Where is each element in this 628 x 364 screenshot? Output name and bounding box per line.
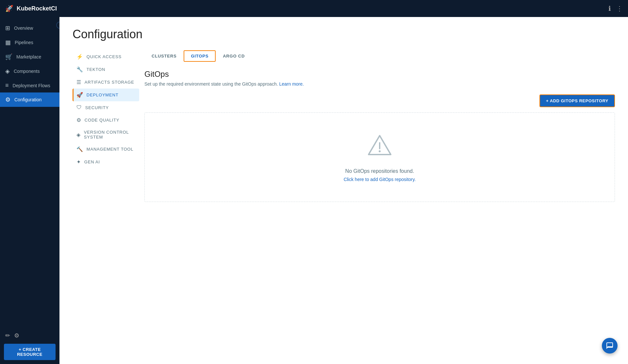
sub-nav-label-version-control: VERSION CONTROL SYSTEM — [84, 130, 135, 140]
sub-nav-item-tekton[interactable]: 🔧 TEKTON — [73, 63, 139, 76]
sub-nav-item-gen-ai[interactable]: ✦ GEN AI — [73, 156, 139, 168]
sidebar-item-marketplace[interactable]: 🛒 Marketplace — [0, 50, 59, 64]
sidebar-bottom-icons: ✏ ⚙ — [4, 331, 56, 340]
content-body: ⚡ QUICK ACCESS 🔧 TEKTON ☰ ARTIFACTS STOR… — [73, 50, 615, 202]
empty-state-icon — [367, 132, 393, 162]
configuration-icon: ⚙ — [5, 96, 10, 103]
sub-nav-label-deployment: DEPLOYMENT — [87, 92, 119, 97]
sub-nav-label-security: SECURITY — [85, 105, 109, 110]
sub-nav-item-artifacts-storage[interactable]: ☰ ARTIFACTS STORAGE — [73, 76, 139, 89]
sub-nav-item-quick-access[interactable]: ⚡ QUICK ACCESS — [73, 50, 139, 63]
sidebar-label-marketplace: Marketplace — [16, 54, 41, 59]
sidebar-label-deployment-flows: Deployment Flows — [13, 83, 50, 88]
security-icon: 🛡 — [76, 105, 82, 110]
marketplace-icon: 🛒 — [5, 53, 12, 60]
topbar-left: 🚀 KubeRocketCI — [5, 5, 57, 12]
sub-nav-item-version-control[interactable]: ◈ VERSION CONTROL SYSTEM — [73, 126, 139, 143]
artifacts-storage-icon: ☰ — [76, 79, 81, 85]
gitops-description: Set up the required environment state us… — [144, 81, 615, 87]
main-layout: ‹ ⊞ Overview ▦ Pipelines 🛒 Marketplace ◈… — [0, 17, 628, 364]
sub-nav-label-code-quality: CODE QUALITY — [85, 118, 119, 123]
sidebar-item-configuration[interactable]: ⚙ Configuration — [0, 92, 59, 107]
empty-state-link[interactable]: Click here to add GitOps repository. — [344, 177, 416, 182]
sidebar-item-deployment-flows[interactable]: ≡ Deployment Flows — [0, 78, 59, 92]
create-resource-button[interactable]: + CREATE RESOURCE — [4, 344, 56, 360]
sidebar-item-pipelines[interactable]: ▦ Pipelines — [0, 35, 59, 50]
management-tool-icon: 🔨 — [76, 146, 83, 152]
sub-nav-label-management-tool: MANAGEMENT TOOL — [87, 147, 133, 152]
info-icon[interactable]: ℹ — [608, 5, 611, 12]
chat-fab-button[interactable] — [602, 338, 618, 354]
quick-access-icon: ⚡ — [76, 54, 83, 60]
deployment-flows-icon: ≡ — [5, 82, 9, 89]
gen-ai-icon: ✦ — [76, 159, 81, 165]
sidebar-label-pipelines: Pipelines — [15, 40, 33, 45]
tabs-bar: CLUSTERS GITOPS ARGO CD — [144, 50, 615, 62]
tab-gitops[interactable]: GITOPS — [184, 50, 216, 62]
gitops-section: GitOps Set up the required environment s… — [144, 70, 615, 202]
sub-nav-item-security[interactable]: 🛡 SECURITY — [73, 101, 139, 114]
version-control-icon: ◈ — [76, 132, 81, 138]
sidebar-item-components[interactable]: ◈ Components — [0, 64, 59, 78]
page-title: Configuration — [73, 27, 615, 41]
deployment-icon: 🚀 — [76, 92, 83, 98]
content-area: Configuration ⚡ QUICK ACCESS 🔧 TEKTON ☰ … — [59, 17, 628, 364]
sidebar-label-overview: Overview — [14, 25, 33, 31]
topbar-right: ℹ ⋮ — [608, 5, 623, 12]
overview-icon: ⊞ — [5, 25, 10, 32]
more-icon[interactable]: ⋮ — [616, 5, 623, 12]
sidebar-nav: ⊞ Overview ▦ Pipelines 🛒 Marketplace ◈ C… — [0, 17, 59, 327]
settings-icon[interactable]: ⚙ — [14, 332, 19, 339]
code-quality-icon: ⚙ — [76, 117, 81, 123]
pipelines-icon: ▦ — [5, 39, 11, 46]
tab-argo-cd[interactable]: ARGO CD — [216, 50, 252, 62]
svg-point-2 — [379, 150, 381, 152]
sidebar-label-components: Components — [14, 69, 40, 74]
right-panel: CLUSTERS GITOPS ARGO CD GitOps Set up th… — [144, 50, 615, 202]
sidebar-item-overview[interactable]: ⊞ Overview — [0, 21, 59, 35]
sub-nav-label-tekton: TEKTON — [87, 67, 105, 72]
logo-icon: 🚀 — [5, 5, 13, 12]
sub-nav-item-code-quality[interactable]: ⚙ CODE QUALITY — [73, 114, 139, 126]
learn-more-link[interactable]: Learn more. — [279, 81, 304, 87]
topbar: 🚀 KubeRocketCI ℹ ⋮ — [0, 0, 628, 17]
sub-nav-item-deployment[interactable]: 🚀 DEPLOYMENT — [73, 89, 139, 101]
components-icon: ◈ — [5, 68, 10, 75]
sub-nav-label-artifacts-storage: ARTIFACTS STORAGE — [85, 80, 134, 85]
gitops-title: GitOps — [144, 70, 615, 79]
tab-clusters[interactable]: CLUSTERS — [144, 50, 184, 62]
sub-nav-label-gen-ai: GEN AI — [84, 159, 100, 164]
sidebar: ‹ ⊞ Overview ▦ Pipelines 🛒 Marketplace ◈… — [0, 17, 59, 364]
empty-state-container: No GitOps repositories found. Click here… — [144, 112, 615, 202]
app-title: KubeRocketCI — [17, 5, 57, 12]
empty-state-title: No GitOps repositories found. — [345, 168, 414, 174]
content-inner: Configuration ⚡ QUICK ACCESS 🔧 TEKTON ☰ … — [59, 17, 628, 364]
sub-nav-item-management-tool[interactable]: 🔨 MANAGEMENT TOOL — [73, 143, 139, 156]
sidebar-label-configuration: Configuration — [14, 97, 41, 102]
sub-nav: ⚡ QUICK ACCESS 🔧 TEKTON ☰ ARTIFACTS STOR… — [73, 50, 144, 202]
sub-nav-label-quick-access: QUICK ACCESS — [87, 54, 122, 59]
add-gitops-repository-button[interactable]: + ADD GITOPS REPOSITORY — [539, 94, 615, 107]
tekton-icon: 🔧 — [76, 66, 83, 73]
toolbar-row: + ADD GITOPS REPOSITORY — [144, 94, 615, 107]
edit-icon[interactable]: ✏ — [5, 332, 10, 339]
sidebar-bottom: ✏ ⚙ + CREATE RESOURCE — [0, 327, 59, 364]
